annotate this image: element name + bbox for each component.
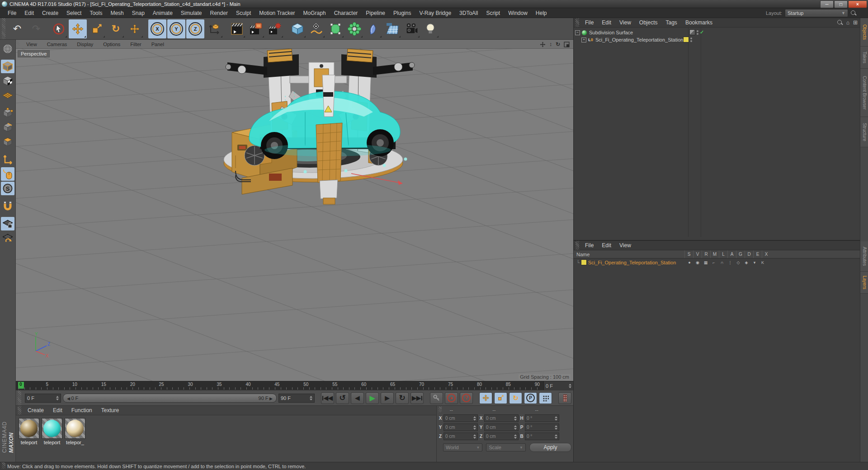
- viewport-canvas[interactable]: Perspective Grid Spacing : 100 cm Y Z X: [16, 49, 573, 381]
- render-to-picture-viewer-button[interactable]: [247, 19, 265, 38]
- render-view-button[interactable]: [228, 19, 246, 38]
- transport-grip[interactable]: [18, 390, 21, 405]
- view-label[interactable]: Perspective: [18, 50, 50, 57]
- menu-snap[interactable]: Snap: [128, 10, 149, 16]
- search-icon[interactable]: [851, 10, 856, 16]
- om-menu-file[interactable]: File: [581, 19, 598, 26]
- transform-mode-dropdown[interactable]: Scale▼: [486, 443, 525, 451]
- menu-vray-bridge[interactable]: V-Ray Bridge: [415, 10, 455, 16]
- om-home-icon[interactable]: ⌂: [846, 19, 849, 26]
- mat-menu-texture[interactable]: Texture: [97, 407, 123, 414]
- layer-toggle-icons[interactable]: ●◉ ▦⌐ ∩⋮ ◇◈ ▾K: [685, 258, 767, 266]
- size-y-field[interactable]: 0 cm: [484, 423, 519, 431]
- mat-menu-create[interactable]: Create: [23, 407, 48, 414]
- menu-plugins[interactable]: Plugins: [389, 10, 415, 16]
- material-item[interactable]: telepor_: [65, 418, 85, 445]
- object-row-subdivision-surface[interactable]: − Subdivision Surface ✓: [574, 29, 860, 36]
- menu-character[interactable]: Character: [330, 10, 362, 16]
- object-row-station[interactable]: + L0 Sci_Fi_Operating_Teleportation_Stat…: [574, 36, 860, 43]
- menu-3dtoall[interactable]: 3DToAll: [455, 10, 482, 16]
- play-backwards-button[interactable]: ↺: [336, 392, 349, 404]
- material-item[interactable]: teleport: [42, 418, 62, 445]
- keyframe-selection-button[interactable]: ?: [460, 392, 473, 404]
- live-selection-tool[interactable]: [50, 19, 68, 38]
- vp-menu-view[interactable]: View: [21, 42, 42, 47]
- deformer-button[interactable]: [364, 19, 382, 38]
- om-add-bookmark-icon[interactable]: ⊞: [853, 19, 858, 26]
- timeline-window-button[interactable]: [558, 392, 571, 404]
- vp-menu-panel[interactable]: Panel: [146, 42, 169, 47]
- key-pla-toggle[interactable]: [539, 392, 552, 404]
- apply-button[interactable]: Apply: [529, 443, 571, 452]
- menu-create[interactable]: Create: [38, 10, 62, 16]
- mograph-cloner-button[interactable]: [345, 19, 363, 38]
- tab-attributes[interactable]: Attributes: [860, 241, 868, 272]
- toggle-view-icon[interactable]: [564, 42, 570, 47]
- om-menu-bookmarks[interactable]: Bookmarks: [681, 19, 717, 26]
- tab-content-browser[interactable]: Content Browser: [860, 69, 868, 117]
- minimize-button[interactable]: ─: [820, 0, 834, 8]
- layer-name[interactable]: Sci_Fi_Operating_Teleportation_Station: [588, 260, 676, 265]
- menu-pipeline[interactable]: Pipeline: [362, 10, 389, 16]
- expand-icon[interactable]: +: [581, 38, 586, 42]
- tab-layers[interactable]: Layers: [860, 272, 868, 294]
- light-button[interactable]: [421, 19, 439, 38]
- goto-start-button[interactable]: ◀◀: [321, 392, 334, 404]
- layer-row-station[interactable]: └ Sci_Fi_Operating_Teleportation_Station…: [574, 258, 860, 266]
- lm-grip[interactable]: [576, 241, 579, 250]
- vp-menu-options[interactable]: Options: [98, 42, 125, 47]
- tab-objects[interactable]: Objects: [860, 18, 868, 47]
- key-position-toggle[interactable]: [479, 392, 492, 404]
- enable-axis-button[interactable]: [1, 153, 14, 166]
- tab-structure[interactable]: Structure: [860, 117, 868, 147]
- vp-menu-cameras[interactable]: Cameras: [42, 42, 72, 47]
- layer-tag-icon[interactable]: [689, 29, 695, 35]
- menu-mesh[interactable]: Mesh: [106, 10, 127, 16]
- position-z-field[interactable]: 0 cm: [443, 432, 478, 440]
- menu-window[interactable]: Window: [504, 10, 532, 16]
- coordinate-system-button[interactable]: [205, 19, 223, 38]
- menu-animate[interactable]: Animate: [149, 10, 177, 16]
- redo-button[interactable]: ↷: [27, 19, 45, 38]
- add-cube-primitive-button[interactable]: [288, 19, 307, 38]
- scale-tool[interactable]: [88, 19, 106, 38]
- tweak-mode-button[interactable]: [1, 167, 14, 181]
- vp-menu-display[interactable]: Display: [72, 42, 98, 47]
- lm-menu-file[interactable]: File: [581, 242, 598, 249]
- goto-end-button[interactable]: ▶▶: [410, 392, 424, 404]
- menu-edit[interactable]: Edit: [20, 10, 38, 16]
- maximize-button[interactable]: □: [834, 0, 848, 8]
- menu-tools[interactable]: Tools: [85, 10, 106, 16]
- edges-mode-button[interactable]: [1, 121, 14, 134]
- play-button[interactable]: ▶: [366, 392, 379, 404]
- tab-takes[interactable]: Takes: [860, 47, 868, 69]
- position-x-field[interactable]: 0 cm: [443, 414, 478, 422]
- om-menu-objects[interactable]: Objects: [635, 19, 662, 26]
- subdivision-surface-button[interactable]: [326, 19, 344, 38]
- render-settings-button[interactable]: [266, 19, 284, 38]
- visibility-dots[interactable]: [690, 38, 692, 42]
- mat-menu-edit[interactable]: Edit: [48, 407, 67, 414]
- enabled-check-icon[interactable]: ✓: [700, 29, 704, 35]
- rotate-tool[interactable]: ↻: [107, 19, 125, 38]
- lock-x-axis-button[interactable]: X: [148, 19, 166, 38]
- lm-menu-edit[interactable]: Edit: [598, 242, 615, 249]
- autokey-button[interactable]: ●: [445, 392, 458, 404]
- workplane-mode-button[interactable]: [1, 89, 14, 102]
- menu-simulate[interactable]: Simulate: [177, 10, 206, 16]
- menu-mograph[interactable]: MoGraph: [299, 10, 330, 16]
- play-forwards-button[interactable]: ↻: [396, 392, 409, 404]
- collapse-icon[interactable]: −: [575, 30, 580, 35]
- zoom-view-icon[interactable]: ↕: [549, 41, 552, 47]
- current-frame-spinner[interactable]: [56, 396, 59, 400]
- menu-help[interactable]: Help: [532, 10, 551, 16]
- layout-dropdown[interactable]: Startup▼: [785, 9, 848, 17]
- visibility-dots[interactable]: [697, 30, 698, 35]
- timeline-track[interactable]: 05 1015 2025 3035 4045 5055 6065 7075 80…: [16, 381, 543, 390]
- close-button[interactable]: ×: [848, 0, 867, 8]
- material-preview-sphere[interactable]: [19, 418, 39, 439]
- material-tag-icon[interactable]: [683, 37, 689, 42]
- enable-snap-button[interactable]: S: [1, 182, 14, 195]
- om-menu-view[interactable]: View: [615, 19, 635, 26]
- key-scale-toggle[interactable]: [494, 392, 507, 404]
